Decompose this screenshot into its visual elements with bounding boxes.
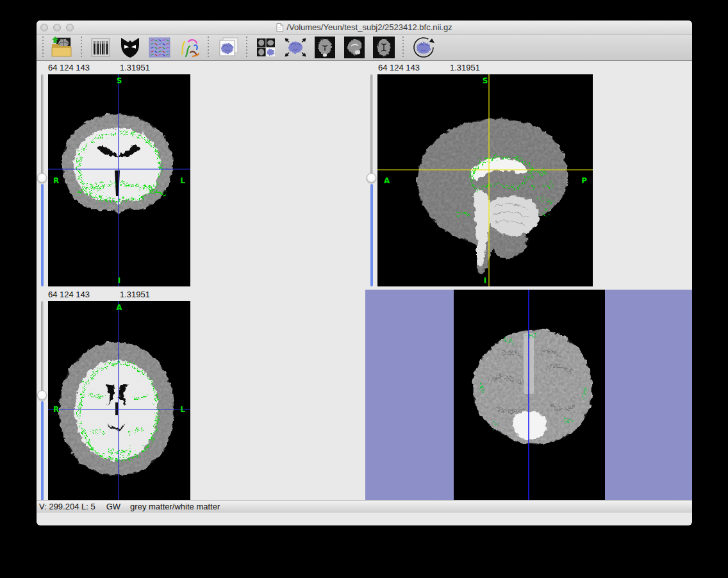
axial-position-value: 64 124 143 [48,290,90,299]
curve-tool-icon [178,37,201,58]
window-title-text: /Volumes/Yeun/test_subj2/2523412.bfc.nii… [286,22,452,32]
status-tissue-code: GW [106,502,120,511]
axial-label-left: L [180,405,185,414]
status-tissue-label: grey matter/white matter [130,502,220,511]
slider-track-upper[interactable] [41,74,44,174]
ortho-multiview-icon [255,37,277,58]
coronal-view-button[interactable] [312,35,338,60]
single-surface-view-icon [216,37,240,58]
surface-3d-view[interactable] [365,290,692,513]
axial-coordinate-readout: 64 124 143 1.31951 [48,290,195,299]
sagittal-view-button[interactable] [342,35,367,60]
rotate-surface-view-icon [411,35,436,60]
viewport-grid: 64 124 143 1.31951 64 124 143 1.31951 64… [37,62,692,513]
toolbar-separator [402,37,404,58]
vector-field-button[interactable] [147,35,172,60]
window-title: /Volumes/Yeun/test_subj2/2523412.bfc.nii… [276,22,452,32]
coronal-coordinate-readout: 64 124 143 1.31951 [48,63,195,72]
slider-track-lower[interactable] [41,401,44,513]
sagittal-position-value: 64 124 143 [378,63,420,72]
toolbar-separator [246,37,247,58]
sagittal-intensity-value: 1.31951 [450,63,480,72]
toolbar-separator [208,37,209,58]
mask-tool-icon [119,37,141,58]
status-voxel-info: V: 299.204 L: 5 [39,502,95,511]
slider-track-lower[interactable] [41,184,44,286]
zoom-fit-icon [283,37,308,58]
single-surface-view-button[interactable] [215,35,240,60]
coronal-slice-view[interactable]: S I R L [48,74,190,286]
open-volume-button[interactable] [49,35,75,60]
sagittal-label-superior: S [483,76,488,85]
surface-view-render-area[interactable] [454,290,605,513]
coronal-view-icon [315,37,335,58]
axial-view-icon [373,37,395,58]
title-bar[interactable]: /Volumes/Yeun/test_subj2/2523412.bfc.nii… [37,21,692,35]
sagittal-label-inferior: I [484,276,486,285]
zoom-button[interactable] [66,24,74,31]
zoom-fit-button[interactable] [283,35,308,60]
coronal-label-right: R [53,176,59,185]
window-controls [40,24,74,31]
status-bar: V: 299.204 L: 5 GW grey matter/white mat… [37,500,692,513]
mask-tool-button[interactable] [117,35,143,60]
sagittal-slice-view[interactable]: S I A P [377,74,593,286]
sagittal-label-posterior: P [581,176,587,185]
slider-track-lower[interactable] [370,184,373,286]
coronal-position-value: 64 124 143 [48,63,90,72]
axial-label-right: R [53,405,59,414]
axial-label-anterior: A [116,303,122,312]
curve-tool-button[interactable] [176,35,202,60]
slider-track-upper[interactable] [41,301,44,392]
slider-thumb[interactable] [367,173,376,183]
coronal-intensity-value: 1.31951 [120,63,150,72]
slider-thumb[interactable] [37,173,47,183]
intensity-colorbar-icon [90,37,112,58]
slider-track-upper[interactable] [370,74,373,174]
surface-view-right-panel [605,290,692,513]
intensity-colorbar-button[interactable] [88,35,113,60]
slider-thumb[interactable] [37,390,47,400]
minimize-button[interactable] [53,24,61,31]
axial-view-button[interactable] [371,35,397,60]
toolbar [37,35,692,61]
open-volume-icon [50,37,74,58]
toolbar-separator [81,37,82,58]
coronal-label-inferior: I [118,276,120,285]
coronal-label-superior: S [117,76,122,85]
document-icon [276,23,283,32]
ortho-multiview-button[interactable] [253,35,279,60]
close-button[interactable] [40,24,48,31]
vector-field-icon [148,37,171,58]
axial-intensity-value: 1.31951 [120,290,150,299]
app-window: /Volumes/Yeun/test_subj2/2523412.bfc.nii… [37,21,692,525]
coronal-slice-slider[interactable] [37,74,47,286]
axial-slice-slider[interactable] [37,301,47,513]
sagittal-view-icon [344,37,365,58]
coronal-label-left: L [180,176,185,185]
toolbar-separator [42,37,44,58]
sagittal-coordinate-readout: 64 124 143 1.31951 [378,63,525,72]
axial-slice-view[interactable]: A P R L [48,301,190,513]
sagittal-label-anterior: A [384,176,390,185]
rotate-surface-view-button[interactable] [410,35,438,60]
surface-view-left-panel [365,290,454,513]
sagittal-slice-slider[interactable] [367,74,377,286]
